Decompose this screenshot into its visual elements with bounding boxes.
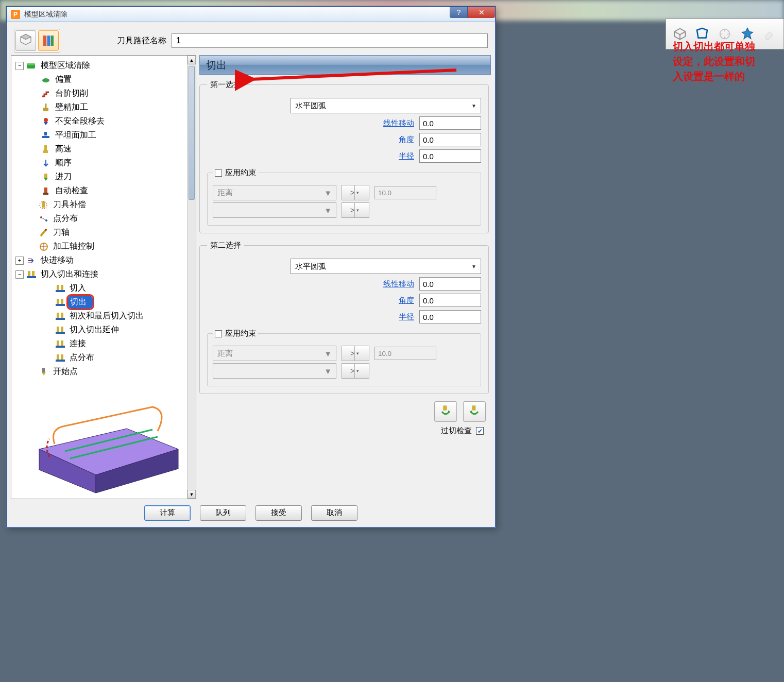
tree-leadext[interactable]: 切入切出延伸	[12, 323, 195, 337]
tree-leadin[interactable]: 切入	[12, 281, 195, 295]
tree-plunge[interactable]: 进刀	[12, 170, 195, 184]
calculate-button[interactable]: 计算	[144, 505, 191, 521]
svg-rect-36	[56, 332, 65, 334]
first-linear-input[interactable]	[419, 116, 481, 130]
first-angle-label[interactable]: 角度	[399, 135, 414, 145]
svg-rect-10	[42, 136, 49, 138]
second-radius-label[interactable]: 半径	[399, 312, 414, 322]
copy-to-leadout-button[interactable]	[463, 401, 486, 422]
annotation-text: 切入切出都可单独 设定，此设置和切 入设置是一样的	[673, 39, 781, 84]
app-icon: P	[11, 10, 20, 19]
preview-3d-icon	[24, 382, 194, 496]
svg-rect-48	[472, 405, 475, 410]
svg-rect-37	[57, 340, 59, 346]
toolpath-name-input[interactable]	[172, 33, 488, 48]
svg-rect-40	[57, 354, 59, 360]
first-angle-input[interactable]	[419, 133, 481, 146]
tree-link[interactable]: 连接	[12, 337, 195, 351]
svg-rect-42	[56, 360, 65, 362]
second-constraint-type-select-2: .▼	[213, 363, 336, 379]
svg-rect-3	[51, 36, 54, 46]
tree-ptdist2[interactable]: 点分布	[12, 351, 195, 365]
strategy-buttons	[14, 29, 60, 53]
svg-rect-33	[56, 318, 65, 320]
svg-rect-41	[61, 354, 63, 360]
tree-leads[interactable]: −切入切出和连接	[12, 267, 195, 281]
svg-rect-29	[61, 299, 63, 304]
svg-rect-39	[56, 346, 65, 348]
first-choice-group: 第一选择 水平圆弧▼ 线性移动 角度 半径 应用约束 距离▼ >▾	[199, 80, 489, 233]
first-type-select[interactable]: 水平圆弧▼	[291, 98, 481, 113]
cancel-button[interactable]: 取消	[311, 505, 357, 521]
first-apply-constraint-checkbox[interactable]	[215, 169, 222, 177]
model-area-clear-dialog: P 模型区域清除 ? ✕ 刀具路径名称 −模型区域清除 偏置 台阶切削 壁精加工	[6, 6, 496, 527]
second-angle-label[interactable]: 角度	[399, 296, 414, 305]
second-linear-label[interactable]: 线性移动	[383, 279, 414, 289]
svg-rect-24	[27, 276, 36, 278]
first-constraint-value	[374, 186, 436, 199]
tree-axisctrl[interactable]: 加工轴控制	[12, 240, 195, 253]
svg-rect-30	[56, 304, 65, 306]
tree-startpt[interactable]: 开始点	[12, 365, 195, 379]
second-constraint-value	[374, 347, 436, 360]
tree-leadout[interactable]: 切出	[12, 295, 195, 309]
tree-autocheck[interactable]: 自动检查	[12, 184, 195, 198]
svg-rect-11	[44, 145, 47, 150]
second-apply-constraint-checkbox[interactable]	[215, 330, 222, 337]
tree-offset[interactable]: 偏置	[12, 73, 195, 87]
tree-order[interactable]: 顺序	[12, 156, 195, 170]
scroll-up-icon[interactable]: ▲	[188, 56, 196, 64]
tree-highspeed[interactable]: 高速	[12, 142, 195, 156]
tree-fastmove[interactable]: +快进移动	[12, 253, 195, 267]
tree-ptdist[interactable]: 点分布	[12, 212, 195, 226]
tree-toolcomp[interactable]: 刀具补偿	[12, 198, 195, 212]
svg-rect-26	[61, 285, 63, 290]
help-button[interactable]: ?	[450, 7, 467, 18]
svg-rect-9	[44, 132, 47, 135]
svg-rect-15	[43, 193, 48, 195]
svg-rect-25	[57, 285, 59, 290]
svg-rect-2	[47, 36, 50, 46]
first-constraint-type-select-2: .▼	[213, 202, 336, 218]
copy-to-leadin-button[interactable]	[434, 401, 457, 422]
first-choice-label: 第一选择	[207, 80, 244, 90]
tree-flat[interactable]: 平坦面加工	[12, 128, 195, 142]
svg-rect-1	[43, 36, 46, 46]
strategy-b-button[interactable]	[38, 30, 59, 51]
svg-rect-47	[443, 405, 447, 410]
second-linear-input[interactable]	[419, 277, 481, 291]
tree-wall[interactable]: 壁精加工	[12, 100, 195, 114]
svg-rect-43	[42, 368, 45, 372]
scroll-thumb[interactable]	[189, 66, 195, 200]
accept-button[interactable]: 接受	[255, 505, 302, 521]
first-linear-label[interactable]: 线性移动	[383, 118, 414, 128]
second-constraint-type-select: 距离▼	[213, 346, 336, 361]
tree-firstlast[interactable]: 初次和最后切入切出	[12, 309, 195, 323]
svg-rect-12	[43, 150, 48, 153]
svg-rect-28	[57, 299, 59, 304]
toolpath-name-label: 刀具路径名称	[117, 36, 166, 46]
tree-root[interactable]: −模型区域清除	[12, 59, 195, 73]
strategy-a-button[interactable]	[15, 30, 36, 51]
queue-button[interactable]: 队列	[200, 505, 246, 521]
settings-pane: 切出 第一选择 水平圆弧▼ 线性移动 角度 半径 应用约束 距离▼	[199, 55, 491, 499]
svg-rect-34	[57, 327, 59, 332]
second-angle-input[interactable]	[419, 294, 481, 307]
tree-step[interactable]: 台阶切削	[12, 87, 195, 100]
svg-rect-27	[56, 290, 65, 292]
second-gt-button: >▾	[342, 346, 369, 361]
svg-rect-7	[43, 108, 48, 111]
gouge-check-label: 过切检查	[441, 426, 472, 436]
second-type-select[interactable]: 水平圆弧▼	[291, 259, 481, 274]
dialog-buttons: 计算 队列 接受 取消	[11, 499, 491, 523]
svg-rect-16	[42, 201, 45, 208]
close-button[interactable]: ✕	[467, 7, 495, 18]
gouge-check-checkbox[interactable]: ✔	[476, 427, 484, 435]
second-choice-group: 第二选择 水平圆弧▼ 线性移动 角度 半径 应用约束 距离▼ >▾	[199, 241, 489, 394]
first-radius-label[interactable]: 半径	[399, 151, 414, 161]
tree-unsafe[interactable]: 不安全段移去	[12, 114, 195, 128]
tree-axis[interactable]: 刀轴	[12, 226, 195, 240]
first-radius-input[interactable]	[419, 149, 481, 163]
second-radius-input[interactable]	[419, 310, 481, 323]
nav-tree[interactable]: −模型区域清除 偏置 台阶切削 壁精加工 不安全段移去 平坦面加工 高速 顺序 …	[11, 56, 196, 385]
